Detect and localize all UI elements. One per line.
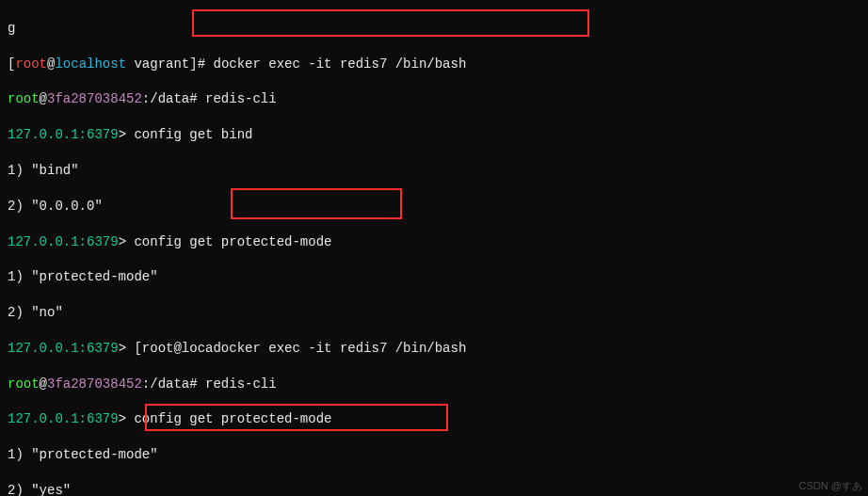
redis-prompt-line: 127.0.0.1:6379> config get protected-mod… [8, 233, 860, 251]
container-prompt-line: root@3fa287038452:/data# redis-cli [8, 90, 860, 108]
output: 2) "no" [8, 304, 860, 322]
terminal-output: g [root@localhost vagrant]# docker exec … [0, 0, 868, 496]
redis-prompt-line: 127.0.0.1:6379> config get bind [8, 126, 860, 144]
line: g [8, 20, 860, 38]
output: 2) "yes" [8, 482, 860, 496]
output: 1) "protected-mode" [8, 446, 860, 464]
watermark-text: CSDN @すあ [799, 479, 862, 493]
output: 2) "0.0.0.0" [8, 198, 860, 216]
redis-prompt-line: 127.0.0.1:6379> [root@locadocker exec -i… [8, 340, 860, 358]
container-prompt-line: root@3fa287038452:/data# redis-cli [8, 376, 860, 393]
shell-prompt-line[interactable]: [root@localhost vagrant]# docker exec -i… [8, 56, 860, 73]
output: 1) "protected-mode" [8, 268, 860, 286]
redis-prompt-line: 127.0.0.1:6379> config get protected-mod… [8, 410, 860, 428]
output: 1) "bind" [8, 162, 860, 180]
